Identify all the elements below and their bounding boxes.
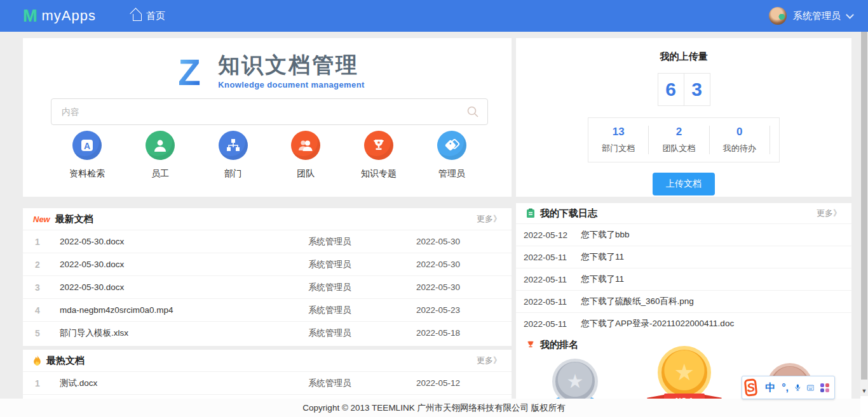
stat-department-docs[interactable]: 13 部门文档 <box>588 126 649 154</box>
sogou-logo-icon[interactable]: S <box>744 378 758 397</box>
keyboard-icon[interactable] <box>807 383 814 392</box>
shortcut-admin[interactable]: 管理员 <box>415 131 488 180</box>
doc-name[interactable]: mda-negbm4z0srcim0a0.mp4 <box>52 305 308 315</box>
scrollbar-thumb[interactable] <box>861 32 867 380</box>
svg-text:A: A <box>84 141 90 151</box>
table-row[interactable]: 2 2022-05-30.docx 系统管理员 2022-05-30 <box>23 253 512 275</box>
list-item[interactable]: 2022-05-12 您下载了bbb <box>516 223 851 246</box>
hot-docs-card: 最热文档 更多》 1 测试.docx 系统管理员 2022-05-12 <box>23 350 512 399</box>
list-item[interactable]: 2022-05-11 您下载了11 <box>516 246 851 268</box>
tags-icon <box>437 131 466 160</box>
list-item[interactable]: 2022-05-11 您下载了硫酸纸_360百科.png <box>516 290 851 312</box>
stat-my-todo[interactable]: 0 我的待办 <box>710 126 770 154</box>
user-name: 系统管理员 <box>793 10 841 22</box>
shortcut-data-search[interactable]: A 资料检索 <box>51 131 124 180</box>
shortcut-knowledge-topics[interactable]: ★ 知识专题 <box>342 131 416 180</box>
search-input[interactable] <box>51 98 488 125</box>
table-row[interactable]: 3 2022-05-30.docx 系统管理员 2022-05-30 <box>23 275 512 298</box>
doc-name[interactable]: 测试.docx <box>52 378 308 389</box>
svg-text:★: ★ <box>377 140 381 145</box>
myapps-m-icon: M <box>23 6 36 26</box>
latest-docs-card: New 最新文档 更多》 1 2022-05-30.docx 系统管理员 202… <box>23 208 512 346</box>
upload-panel-card: 我的上传量 6 3 13 部门文档 2 团队文档 0 我的待办 上传文档 <box>516 38 851 197</box>
app-title: 知识文档管理 <box>218 52 364 77</box>
org-chart-icon <box>219 131 248 160</box>
team-icon <box>291 131 320 160</box>
nav-home-label: 首页 <box>146 10 165 22</box>
table-row[interactable]: 4 mda-negbm4z0srcim0a0.mp4 系统管理员 2022-05… <box>23 298 512 321</box>
ime-toolbar: S 中 °, <box>742 376 835 399</box>
download-log-title: 我的下载日志 <box>540 208 597 220</box>
table-row[interactable]: 1 2022-05-30.docx 系统管理员 2022-05-30 <box>23 230 512 253</box>
list-item[interactable]: 2022-05-11 您下载了APP登录-20211022000411.doc <box>516 312 851 334</box>
ime-menu-grid-icon[interactable] <box>820 383 829 392</box>
upload-digit: 6 <box>658 73 684 106</box>
table-row <box>23 394 512 399</box>
upload-doc-button[interactable]: 上传文档 <box>653 173 715 195</box>
footer: Copyright © 2013 TEEMLINK 广州市天翎网络科技有限公司 … <box>0 399 868 417</box>
hot-docs-header: 最热文档 更多》 <box>23 350 512 371</box>
ime-punctuation-toggle[interactable]: °, <box>782 383 789 393</box>
chevron-down-icon <box>846 11 854 19</box>
no1-ribbon: NO.1 <box>664 394 705 399</box>
table-row[interactable]: 5 部门导入模板.xlsx 系统管理员 2022-05-18 <box>23 321 512 344</box>
latest-docs-title: 最新文档 <box>55 213 93 225</box>
latest-docs-header: New 最新文档 更多》 <box>23 208 512 230</box>
scrollbar-gap <box>860 396 868 417</box>
hot-docs-title: 最热文档 <box>46 355 85 367</box>
nav-home[interactable]: 首页 <box>133 10 165 22</box>
employee-icon <box>146 131 175 160</box>
stat-team-docs[interactable]: 2 团队文档 <box>649 126 709 154</box>
scrollbar-down-arrow[interactable]: ▼ <box>860 386 868 396</box>
doc-name[interactable]: 2022-05-30.docx <box>52 282 308 292</box>
download-log-header: 我的下载日志 更多》 <box>516 203 851 223</box>
app-subtitle: Knowledge document management <box>218 80 364 89</box>
shortcut-employee[interactable]: 员工 <box>124 131 197 180</box>
user-menu[interactable]: 系统管理员 <box>769 7 853 25</box>
upload-digit: 3 <box>684 73 710 106</box>
ime-language-toggle[interactable]: 中 <box>765 383 775 393</box>
app-logo-block: Z 知识文档管理 Knowledge document management <box>23 38 512 91</box>
brand-logo[interactable]: M myApps <box>23 6 96 26</box>
search-icon[interactable] <box>466 105 479 118</box>
vertical-scrollbar[interactable]: ▼ <box>860 32 868 417</box>
new-badge-icon: New <box>33 215 50 224</box>
download-log-card: 我的下载日志 更多》 2022-05-12 您下载了bbb 2022-05-11… <box>516 203 851 335</box>
clipboard-icon <box>526 208 535 218</box>
svg-text:Z: Z <box>179 52 201 91</box>
data-search-icon: A <box>72 131 102 160</box>
table-row[interactable]: 1 测试.docx 系统管理员 2022-05-12 <box>23 371 512 394</box>
copyright-text: Copyright © 2013 TEEMLINK 广州市天翎网络科技有限公司 … <box>302 402 565 414</box>
shortcut-team[interactable]: 团队 <box>269 131 342 180</box>
search-bar <box>51 98 488 125</box>
hot-docs-more-link[interactable]: 更多》 <box>477 355 501 366</box>
shortcut-department[interactable]: 部门 <box>196 131 269 180</box>
avatar <box>769 7 787 25</box>
home-icon <box>133 14 142 21</box>
doc-stats-box: 13 部门文档 2 团队文档 0 我的待办 <box>588 117 780 162</box>
upload-counter: 6 3 <box>516 73 851 106</box>
doc-name[interactable]: 部门导入模板.xlsx <box>52 328 308 339</box>
brand-name: myApps <box>42 8 96 24</box>
silver-medal-icon: ★ <box>552 359 598 399</box>
download-log-more-link[interactable]: 更多》 <box>817 208 841 219</box>
latest-docs-more-link[interactable]: 更多》 <box>477 213 501 225</box>
gold-medal-icon: ★ <box>658 346 711 399</box>
list-item[interactable]: 2022-05-11 您下载了11 <box>516 268 851 290</box>
doc-name[interactable]: 2022-05-30.docx <box>52 237 308 246</box>
upload-panel-title: 我的上传量 <box>516 38 851 63</box>
flame-icon <box>33 355 41 366</box>
trophy-icon: ★ <box>364 131 393 160</box>
shortcut-row: A 资料检索 员工 部门 团队 ★ 知识专题 <box>51 131 488 180</box>
doc-name[interactable]: 2022-05-30.docx <box>52 260 308 269</box>
microphone-icon[interactable] <box>795 382 801 393</box>
top-bar: M myApps 首页 系统管理员 <box>0 0 868 32</box>
z-logo-icon: Z <box>170 52 209 91</box>
hero-card: Z 知识文档管理 Knowledge document management A… <box>23 38 512 197</box>
